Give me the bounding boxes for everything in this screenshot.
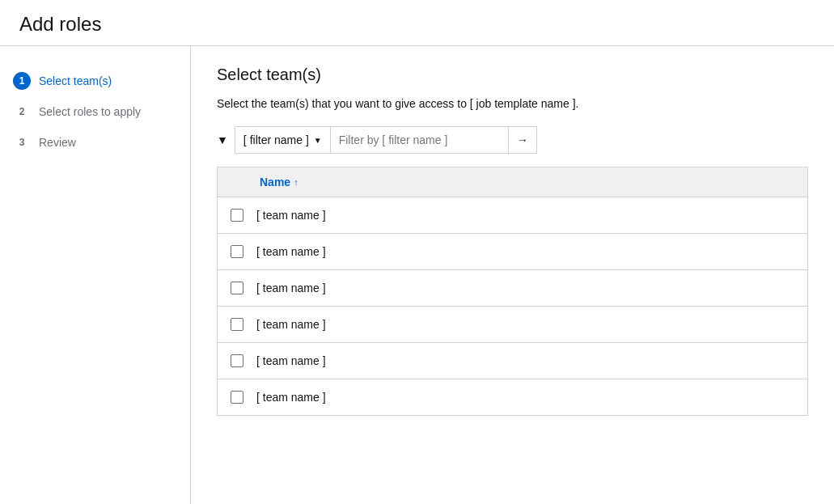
row-2-name: [ team name ]: [256, 245, 326, 258]
table-header: Name ↑: [218, 167, 807, 197]
step-3-number: 3: [13, 133, 31, 151]
page-body: 1 Select team(s) 2 Select roles to apply…: [0, 46, 834, 504]
table-row: [ team name ]: [218, 270, 807, 307]
column-name-header[interactable]: Name ↑: [260, 176, 298, 188]
table-row: [ team name ]: [218, 234, 807, 270]
table-row: [ team name ]: [218, 343, 807, 379]
step-2[interactable]: 2 Select roles to apply: [0, 96, 190, 127]
row-4-checkbox[interactable]: [231, 318, 243, 331]
row-1-checkbox[interactable]: [231, 209, 243, 222]
section-description: Select the team(s) that you want to give…: [217, 97, 808, 110]
table: Name ↑ [ team name ] [ team name ] [ tea…: [217, 167, 808, 416]
step-2-number: 2: [13, 103, 31, 121]
filter-icon: ▼: [217, 133, 228, 146]
row-1-name: [ team name ]: [256, 209, 326, 222]
filter-row: ▼ [ filter name ] ▼ →: [217, 126, 808, 154]
step-3-label: Review: [39, 136, 76, 149]
step-3[interactable]: 3 Review: [0, 127, 190, 158]
row-5-checkbox[interactable]: [231, 354, 243, 367]
table-row: [ team name ]: [218, 197, 807, 234]
chevron-down-icon: ▼: [314, 136, 322, 145]
row-3-checkbox[interactable]: [231, 282, 243, 294]
page-title: Add roles: [19, 13, 815, 36]
page-header: Add roles: [0, 0, 834, 46]
filter-input[interactable]: [330, 126, 508, 154]
row-6-name: [ team name ]: [256, 391, 326, 404]
row-6-checkbox[interactable]: [231, 391, 243, 404]
step-1[interactable]: 1 Select team(s): [0, 66, 190, 96]
section-title: Select team(s): [217, 66, 808, 84]
step-2-label: Select roles to apply: [39, 105, 141, 118]
row-3-name: [ team name ]: [256, 282, 326, 294]
sidebar: 1 Select team(s) 2 Select roles to apply…: [0, 46, 191, 504]
step-1-label: Select team(s): [39, 74, 112, 87]
page-wrapper: Add roles 1 Select team(s) 2 Select role…: [0, 0, 834, 504]
row-5-name: [ team name ]: [256, 354, 326, 367]
arrow-right-icon: →: [517, 133, 528, 146]
filter-dropdown-label: [ filter name ]: [243, 133, 309, 146]
row-4-name: [ team name ]: [256, 318, 326, 331]
table-row: [ team name ]: [218, 307, 807, 343]
step-1-number: 1: [13, 72, 31, 90]
table-row: [ team name ]: [218, 379, 807, 416]
main-content: Select team(s) Select the team(s) that y…: [191, 46, 834, 504]
row-2-checkbox[interactable]: [231, 245, 243, 258]
sort-ascending-icon: ↑: [294, 177, 298, 187]
column-name-label: Name: [260, 176, 290, 188]
filter-dropdown[interactable]: [ filter name ] ▼: [235, 126, 330, 154]
filter-submit-button[interactable]: →: [508, 126, 537, 154]
